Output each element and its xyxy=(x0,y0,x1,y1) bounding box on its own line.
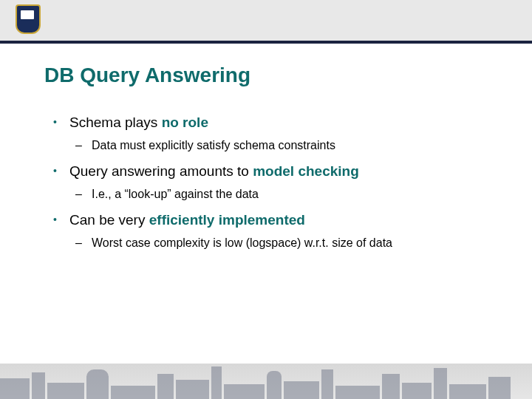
bullet-pre: Query answering amounts to xyxy=(69,163,253,179)
sub-bullet-item: – Worst case complexity is low (logspace… xyxy=(75,236,497,250)
bullet-strong: no role xyxy=(162,115,208,130)
bullet-item: • Can be very efficiently implemented xyxy=(53,211,497,229)
crest-logo xyxy=(13,4,43,40)
bullet-item: • Schema plays no role xyxy=(53,114,497,132)
bullet-marker-icon: • xyxy=(53,211,69,228)
bullet-pre: Schema plays xyxy=(69,115,162,130)
bullet-strong: efficiently implemented xyxy=(149,212,305,228)
bullet-text: Schema plays no role xyxy=(69,114,208,132)
bullet-text: Query answering amounts to model checkin… xyxy=(69,163,359,180)
sub-bullet-text: Worst case complexity is low (logspace) … xyxy=(92,236,392,250)
footer-band xyxy=(0,364,532,399)
sub-bullet-text: I.e., a “look-up” against the data xyxy=(92,188,259,201)
dash-marker-icon: – xyxy=(75,188,92,201)
bullet-marker-icon: • xyxy=(53,163,69,179)
header-divider xyxy=(0,41,532,44)
bullet-text: Can be very efficiently implemented xyxy=(69,211,305,229)
slide-title: DB Query Answering xyxy=(44,64,250,87)
sub-bullet-item: – I.e., a “look-up” against the data xyxy=(75,188,497,201)
bullet-pre: Can be very xyxy=(69,212,149,228)
sub-bullet-item: – Data must explicitly satisfy schema co… xyxy=(75,139,497,152)
skyline-decoration xyxy=(0,364,532,399)
bullet-marker-icon: • xyxy=(53,114,69,130)
bullet-item: • Query answering amounts to model check… xyxy=(53,163,497,180)
dash-marker-icon: – xyxy=(75,139,92,152)
dash-marker-icon: – xyxy=(75,236,92,250)
bullet-strong: model checking xyxy=(253,163,359,179)
header-band xyxy=(0,0,532,41)
content-area: • Schema plays no role – Data must expli… xyxy=(53,103,497,254)
sub-bullet-text: Data must explicitly satisfy schema cons… xyxy=(92,139,335,152)
